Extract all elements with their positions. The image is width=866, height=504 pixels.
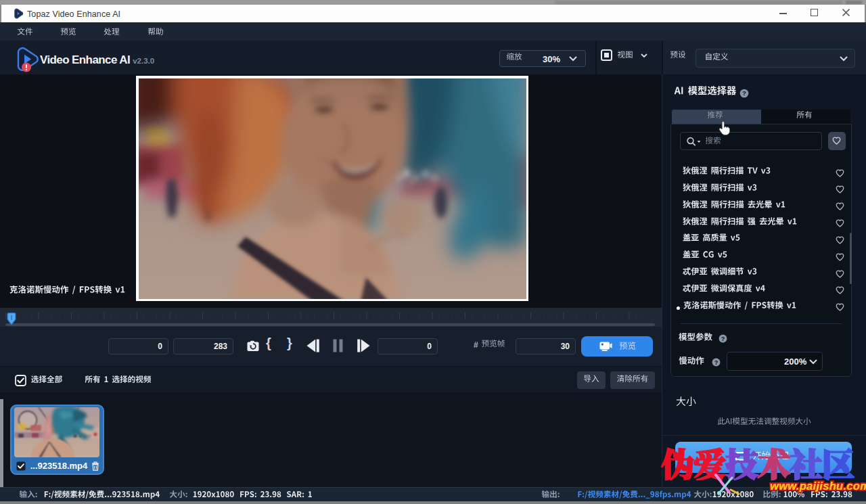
- svg-text:?: ?: [742, 89, 746, 97]
- svg-text:?: ?: [721, 336, 725, 342]
- svg-text:?: ?: [714, 359, 719, 366]
